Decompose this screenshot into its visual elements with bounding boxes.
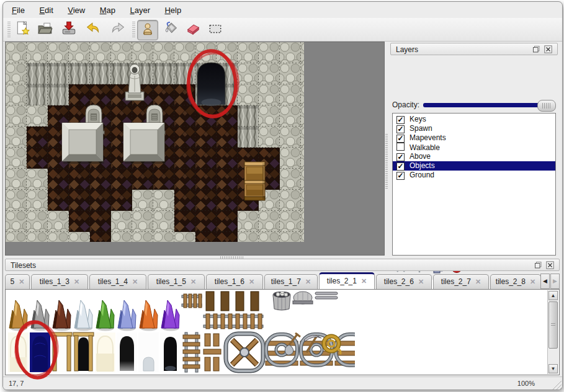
layer-row-above[interactable]: ✓Above [393, 152, 555, 161]
map-render [6, 42, 304, 242]
screenshot-stage: File Edit View Map Layer Help [0, 0, 564, 392]
layers-dock: Layers Opacity: ✓Keys ✓Spawn ✓Mapevents … [388, 42, 560, 259]
menu-item-layer[interactable]: Layer [128, 3, 151, 17]
zoom-level: 100% [517, 380, 535, 387]
opacity-label: Opacity: [392, 100, 419, 109]
layer-row-spawn[interactable]: ✓Spawn [393, 124, 555, 133]
cursor-coordinates: 17, 7 [9, 380, 24, 387]
tab-scroll-left-button[interactable]: ◀ [540, 274, 550, 289]
close-tab-icon[interactable]: ✕ [418, 278, 424, 285]
menu-item-view[interactable]: View [66, 3, 86, 17]
rail-tiles [182, 292, 355, 372]
new-file-icon [15, 20, 31, 39]
fill-bucket-icon [163, 20, 179, 39]
close-tab-icon[interactable]: ✕ [132, 278, 138, 285]
layers-panel-titlebar: Layers [390, 43, 558, 55]
cabinet-object [244, 162, 265, 200]
pedestal-object [62, 123, 104, 164]
close-tab-icon[interactable]: ✕ [74, 278, 79, 285]
pedestal-object [123, 123, 166, 164]
close-tab-icon[interactable]: ✕ [305, 278, 311, 285]
float-panel-button[interactable] [532, 45, 541, 54]
crystal-tiles [9, 300, 179, 331]
undo-icon [86, 20, 102, 39]
tilesets-dock: Tilesets 5✕ tiles_1_3✕ tiles_1_4✕ tiles_… [5, 259, 560, 376]
open-file-button[interactable] [35, 20, 55, 39]
layer-row-objects[interactable]: ✓Objects [393, 161, 555, 171]
opacity-slider-handle[interactable] [537, 100, 556, 112]
layer-checkbox[interactable]: ✓ [396, 135, 405, 143]
menu-item-edit[interactable]: Edit [38, 3, 54, 17]
tileset-tab[interactable]: tiles_2_7✕ [433, 274, 489, 289]
fill-tool-button[interactable] [161, 20, 181, 39]
door-tiles [8, 332, 181, 372]
close-panel-button[interactable] [544, 45, 553, 54]
close-tab-icon[interactable]: ✕ [19, 278, 24, 285]
tileset-scrollbar[interactable]: ▲ ▼ [547, 290, 558, 374]
open-folder-icon [37, 20, 53, 39]
toolbar-drag-handle[interactable] [7, 22, 11, 37]
eraser-tool-button[interactable] [183, 20, 203, 39]
scroll-thumb[interactable] [548, 301, 558, 349]
layer-checkbox[interactable]: ✓ [396, 153, 405, 161]
tileset-tab-selected[interactable]: tiles_2_1✕ [319, 272, 375, 289]
layer-checkbox[interactable]: ✓ [396, 125, 405, 133]
menu-item-help[interactable]: Help [163, 3, 182, 17]
layers-panel-title: Layers [396, 45, 418, 54]
menu-item-map[interactable]: Map [99, 3, 117, 17]
close-tab-icon[interactable]: ✕ [475, 278, 481, 285]
toolbar-drag-handle-2[interactable] [132, 22, 135, 37]
layer-checkbox[interactable]: ✓ [396, 172, 405, 180]
opacity-slider[interactable] [423, 103, 552, 107]
tileset-tab-bar: 5✕ tiles_1_3✕ tiles_1_4✕ tiles_1_5✕ tile… [5, 272, 560, 289]
tab-scroll-right-button[interactable]: ▶ [550, 274, 560, 289]
tileset-tab[interactable]: tiles_2_6✕ [376, 274, 432, 289]
layer-checkbox[interactable]: ✓ [396, 163, 405, 171]
tilesets-panel-title: Tilesets [11, 261, 36, 270]
stamp-tool-button[interactable] [137, 20, 158, 40]
cave-entrance-object [197, 63, 225, 106]
tileset-tab[interactable]: tiles_2_8✕ [490, 274, 541, 289]
tileset-canvas[interactable]: ▲ ▼ [5, 289, 560, 375]
menu-item-file[interactable]: File [11, 3, 26, 17]
layer-row-keys[interactable]: ✓Keys [393, 115, 555, 124]
status-bar: 17, 7 100% [3, 376, 562, 390]
rect-select-icon [207, 20, 223, 39]
redo-button[interactable] [107, 20, 127, 39]
editor-window: File Edit View Map Layer Help [2, 1, 563, 390]
resize-grip[interactable] [552, 380, 562, 390]
splitter-grip [385, 134, 388, 190]
layer-checkbox[interactable]: ✓ [396, 116, 405, 124]
undo-button[interactable] [84, 20, 104, 39]
scroll-down-button[interactable]: ▼ [548, 364, 558, 373]
toolbar [3, 18, 562, 42]
layer-list: ✓Keys ✓Spawn ✓Mapevents Walkable ✓Above … [392, 113, 556, 256]
menu-bar: File Edit View Map Layer Help [3, 3, 562, 18]
save-button[interactable] [59, 20, 79, 39]
tilesets-panel-titlebar: Tilesets [5, 259, 560, 271]
layer-row-mapevents[interactable]: ✓Mapevents [393, 133, 555, 143]
tileset-tab[interactable]: tiles_1_5✕ [148, 274, 205, 289]
tileset-tab[interactable]: tiles_1_4✕ [89, 274, 146, 289]
float-panel-button[interactable] [534, 261, 543, 270]
close-tab-icon[interactable]: ✕ [190, 278, 196, 285]
scroll-up-button[interactable]: ▲ [548, 291, 558, 300]
tileset-tab[interactable]: 5✕ [5, 274, 30, 289]
layer-row-walkable[interactable]: Walkable [393, 143, 555, 152]
tileset-tab[interactable]: tiles_1_3✕ [31, 274, 88, 289]
close-panel-button[interactable] [546, 261, 555, 270]
layer-checkbox[interactable] [396, 143, 405, 151]
close-tab-icon[interactable]: ✕ [249, 278, 254, 285]
map-canvas[interactable] [5, 42, 385, 256]
save-import-icon [61, 20, 77, 39]
tileset-tab[interactable]: tiles_1_6✕ [206, 274, 263, 289]
eraser-icon [185, 20, 201, 39]
close-tab-icon[interactable]: ✕ [530, 278, 535, 285]
tileset-tab[interactable]: tiles_1_7✕ [264, 274, 318, 289]
close-tab-icon[interactable]: ✕ [361, 277, 367, 285]
selected-tile[interactable] [30, 332, 50, 372]
new-file-button[interactable] [13, 20, 33, 39]
select-tool-button[interactable] [205, 20, 225, 39]
redo-icon [109, 20, 125, 39]
layer-row-ground[interactable]: ✓Ground [393, 171, 555, 180]
